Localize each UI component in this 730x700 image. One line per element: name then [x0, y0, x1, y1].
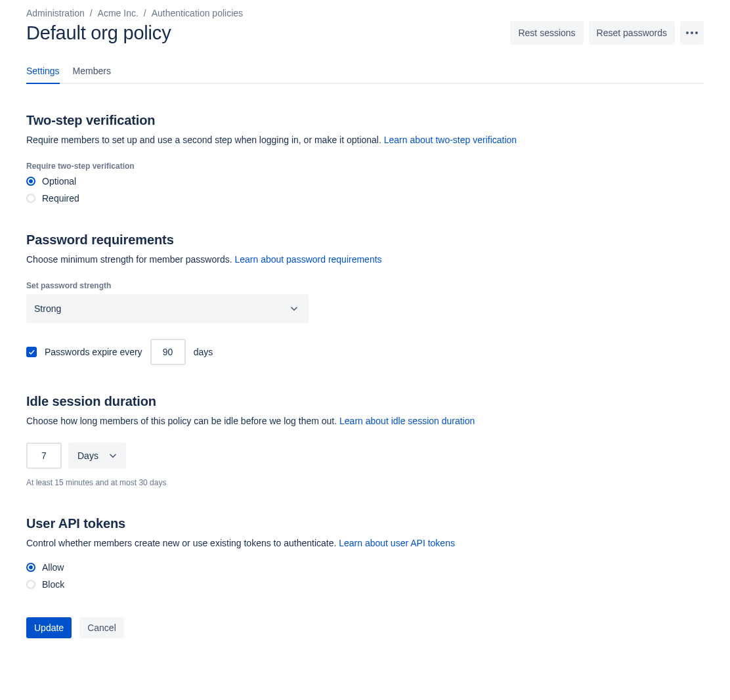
password-strength-select[interactable]: Strong	[26, 294, 309, 323]
password-expire-checkbox[interactable]	[26, 347, 37, 357]
idle-unit-value: Days	[77, 450, 98, 461]
update-button[interactable]: Update	[26, 617, 72, 638]
radio-checked-icon	[26, 563, 35, 572]
breadcrumb-separator: /	[90, 8, 93, 18]
tokens-block-label: Block	[42, 579, 64, 590]
password-strength-label: Set password strength	[26, 281, 704, 290]
idle-heading: Idle session duration	[26, 394, 704, 409]
idle-unit-select[interactable]: Days	[68, 443, 126, 469]
password-expire-row: Passwords expire every days	[26, 339, 704, 365]
two-step-desc: Require members to set up and use a seco…	[26, 133, 704, 147]
tokens-desc-text: Control whether members create new or us…	[26, 538, 339, 548]
tokens-learn-link[interactable]: Learn about user API tokens	[339, 538, 455, 548]
section-password: Password requirements Choose minimum str…	[26, 232, 704, 365]
breadcrumb-auth-policies[interactable]: Authentication policies	[152, 8, 243, 18]
tokens-heading: User API tokens	[26, 516, 704, 531]
rest-sessions-button[interactable]: Rest sessions	[510, 21, 583, 45]
idle-learn-link[interactable]: Learn about idle session duration	[339, 416, 475, 426]
check-icon	[28, 348, 35, 356]
radio-unchecked-icon	[26, 580, 35, 589]
password-learn-link[interactable]: Learn about password requirements	[234, 254, 381, 265]
more-horizontal-icon	[686, 32, 698, 34]
two-step-optional-row[interactable]: Optional	[26, 176, 704, 186]
password-expire-days-input[interactable]	[150, 339, 186, 365]
page-title: Default org policy	[26, 22, 171, 44]
tokens-radio-group: Allow Block	[26, 562, 704, 590]
two-step-optional-label: Optional	[42, 176, 76, 186]
two-step-required-label: Required	[42, 193, 79, 204]
radio-checked-icon	[26, 177, 35, 186]
two-step-radio-group: Optional Required	[26, 176, 704, 204]
breadcrumb-org[interactable]: Acme Inc.	[98, 8, 139, 18]
section-two-step: Two-step verification Require members to…	[26, 113, 704, 204]
tab-settings[interactable]: Settings	[26, 60, 60, 83]
password-expire-label-post: days	[194, 347, 213, 357]
password-expire-label-pre: Passwords expire every	[45, 347, 142, 357]
footer-actions: Update Cancel	[26, 617, 704, 638]
breadcrumb-separator: /	[144, 8, 146, 18]
password-desc-text: Choose minimum strength for member passw…	[26, 254, 234, 265]
breadcrumb: Administration / Acme Inc. / Authenticat…	[26, 8, 704, 18]
tabs: Settings Members	[26, 60, 704, 84]
tokens-desc: Control whether members create new or us…	[26, 536, 704, 550]
reset-passwords-button[interactable]: Reset passwords	[589, 21, 675, 45]
two-step-required-row[interactable]: Required	[26, 193, 704, 204]
tab-members[interactable]: Members	[73, 60, 111, 83]
chevron-down-icon	[106, 449, 119, 462]
idle-desc: Choose how long members of this policy c…	[26, 414, 704, 428]
password-desc: Choose minimum strength for member passw…	[26, 253, 704, 267]
idle-helper-text: At least 15 minutes and at most 30 days	[26, 478, 704, 487]
cancel-button[interactable]: Cancel	[79, 617, 124, 638]
section-idle: Idle session duration Choose how long me…	[26, 394, 704, 487]
two-step-heading: Two-step verification	[26, 113, 704, 128]
tokens-allow-label: Allow	[42, 562, 64, 573]
idle-duration-input[interactable]	[26, 443, 62, 469]
chevron-down-icon	[288, 302, 301, 315]
radio-unchecked-icon	[26, 194, 35, 203]
password-heading: Password requirements	[26, 232, 704, 248]
two-step-field-label: Require two-step verification	[26, 162, 704, 171]
breadcrumb-administration[interactable]: Administration	[26, 8, 85, 18]
two-step-learn-link[interactable]: Learn about two-step verification	[384, 135, 517, 145]
password-strength-value: Strong	[34, 303, 61, 314]
idle-duration-row: Days	[26, 443, 704, 469]
idle-desc-text: Choose how long members of this policy c…	[26, 416, 339, 426]
section-tokens: User API tokens Control whether members …	[26, 516, 704, 590]
header-actions: Rest sessions Reset passwords	[510, 21, 704, 45]
tokens-block-row[interactable]: Block	[26, 579, 704, 590]
more-actions-button[interactable]	[680, 21, 704, 45]
two-step-desc-text: Require members to set up and use a seco…	[26, 135, 384, 145]
tokens-allow-row[interactable]: Allow	[26, 562, 704, 573]
